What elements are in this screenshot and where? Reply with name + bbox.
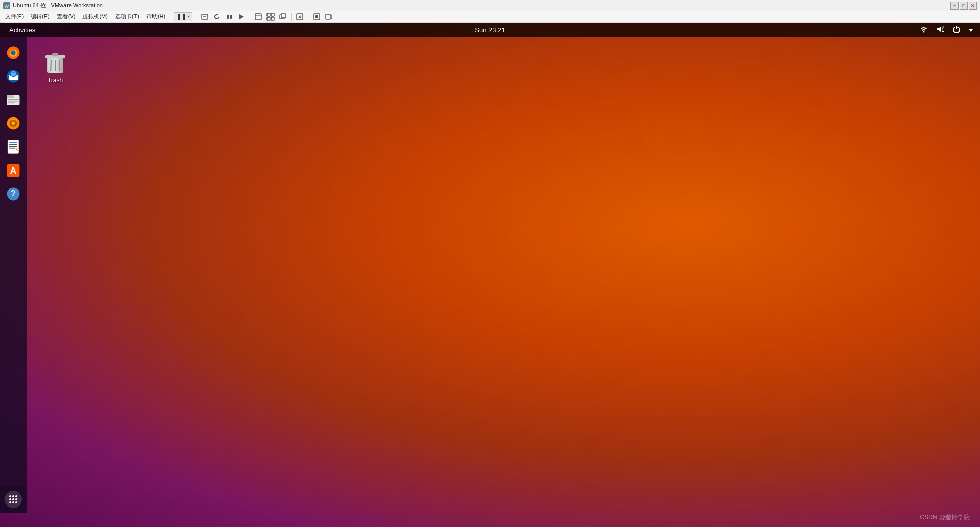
svg-text:?: ? — [11, 189, 16, 198]
clock-display[interactable]: Sun 23:21 — [475, 26, 505, 34]
svg-rect-44 — [9, 144, 17, 145]
panel-right-area — [918, 24, 975, 36]
application-dock: W A ? — [0, 37, 27, 513]
ubuntu-desktop: Activities Sun 23:21 — [0, 23, 980, 527]
pause-button[interactable]: ❚❚ ▾ — [174, 12, 192, 21]
svg-marker-27 — [969, 29, 973, 32]
dock-item-ubuntu-software[interactable]: A — [3, 160, 24, 181]
menu-view[interactable]: 查看(V) — [54, 12, 79, 21]
svg-point-55 — [12, 495, 14, 497]
svg-line-67 — [51, 60, 51, 71]
svg-rect-12 — [267, 17, 270, 20]
close-button[interactable]: ✕ — [969, 2, 977, 10]
svg-rect-46 — [9, 148, 15, 149]
svg-rect-8 — [255, 14, 261, 20]
svg-point-54 — [9, 495, 11, 497]
menu-file[interactable]: 文件(F) — [2, 12, 27, 21]
menu-tabs[interactable]: 选项卡(T) — [112, 12, 142, 21]
svg-point-57 — [9, 498, 11, 500]
revert-button[interactable] — [211, 12, 222, 22]
svg-rect-6 — [230, 15, 232, 19]
svg-rect-35 — [8, 99, 18, 100]
unity-button[interactable] — [265, 12, 276, 22]
window-title: Ubuntu 64 位 - VMware Workstation — [13, 2, 950, 9]
csdn-watermark: CSDN @遊博学院 — [920, 513, 970, 522]
svg-point-25 — [621, 178, 725, 281]
svg-point-61 — [12, 501, 14, 503]
dock-item-firefox[interactable] — [3, 42, 24, 63]
pause-dropdown-icon: ▾ — [188, 14, 190, 19]
send-ctrl-alt-del-button[interactable] — [199, 12, 210, 22]
power-on-button[interactable] — [236, 12, 247, 22]
network-icon[interactable] — [918, 24, 930, 36]
svg-rect-13 — [271, 17, 274, 20]
toolbar-separator-3 — [250, 13, 250, 21]
dock-item-thunderbird[interactable] — [3, 65, 24, 87]
svg-text:W: W — [16, 148, 19, 152]
vmware-app-icon: W — [3, 2, 10, 9]
menu-edit[interactable]: 编辑(E) — [28, 12, 53, 21]
svg-rect-45 — [9, 146, 17, 147]
apps-grid-icon — [5, 491, 22, 508]
svg-point-22 — [641, 94, 705, 157]
svg-rect-19 — [326, 14, 330, 19]
menu-vm[interactable]: 虚拟机(M) — [79, 12, 111, 21]
full-screen-button[interactable] — [253, 12, 264, 22]
record-button[interactable] — [323, 12, 335, 22]
svg-rect-5 — [227, 15, 229, 19]
svg-rect-18 — [315, 15, 318, 18]
svg-point-58 — [12, 498, 14, 500]
svg-marker-4 — [217, 13, 218, 15]
trash-image — [43, 50, 68, 75]
svg-point-56 — [15, 495, 17, 497]
svg-point-32 — [11, 71, 16, 76]
svg-point-24 — [732, 249, 795, 313]
trash-label: Trash — [48, 77, 63, 84]
svg-rect-11 — [271, 13, 274, 16]
svg-rect-36 — [8, 101, 18, 102]
window-button[interactable] — [277, 12, 288, 22]
trash-desktop-icon[interactable]: Trash — [35, 48, 76, 86]
fit-guest-button[interactable] — [294, 12, 305, 22]
activities-button[interactable]: Activities — [5, 25, 39, 35]
power-menu-icon[interactable] — [950, 24, 963, 36]
svg-rect-66 — [52, 53, 58, 56]
svg-point-26 — [923, 31, 925, 32]
maximize-button[interactable]: □ — [960, 2, 968, 10]
dock-item-rhythmbox[interactable] — [3, 113, 24, 134]
toolbar-separator-5 — [308, 13, 308, 21]
svg-text:W: W — [5, 4, 9, 9]
gnome-panel: Activities Sun 23:21 — [0, 23, 980, 37]
show-applications-button[interactable] — [0, 486, 27, 513]
svg-point-62 — [15, 501, 17, 503]
svg-point-59 — [15, 498, 17, 500]
dock-item-help[interactable]: ? — [3, 183, 24, 205]
suspend-button[interactable] — [224, 12, 235, 22]
snap-button[interactable] — [311, 12, 322, 22]
menu-help[interactable]: 帮助(H) — [143, 12, 168, 21]
pause-icon: ❚❚ — [176, 13, 187, 20]
svg-rect-37 — [8, 102, 15, 103]
svg-point-23 — [551, 249, 615, 313]
svg-line-69 — [59, 60, 60, 71]
vmware-titlebar: W Ubuntu 64 位 - VMware Workstation － □ ✕ — [0, 0, 980, 11]
toolbar-separator-4 — [291, 13, 292, 21]
toolbar-separator — [171, 13, 171, 21]
ubuntu-watermark — [443, 53, 903, 463]
window-controls: － □ ✕ — [950, 2, 977, 10]
svg-point-60 — [9, 501, 11, 503]
dock-item-writer[interactable]: W — [3, 136, 24, 158]
svg-rect-70 — [48, 58, 50, 71]
dock-item-files[interactable] — [3, 89, 24, 111]
svg-rect-10 — [267, 13, 270, 16]
settings-dropdown-icon[interactable] — [967, 25, 975, 35]
svg-rect-15 — [281, 14, 286, 18]
svg-rect-43 — [9, 142, 17, 143]
vmware-menubar: 文件(F) 编辑(E) 查看(V) 虚拟机(M) 选项卡(T) 帮助(H) ❚❚… — [0, 11, 980, 23]
volume-icon[interactable] — [934, 24, 946, 36]
toolbar-separator-2 — [196, 13, 196, 21]
svg-marker-7 — [239, 14, 244, 19]
minimize-button[interactable]: － — [950, 2, 959, 10]
svg-text:A: A — [10, 166, 17, 176]
